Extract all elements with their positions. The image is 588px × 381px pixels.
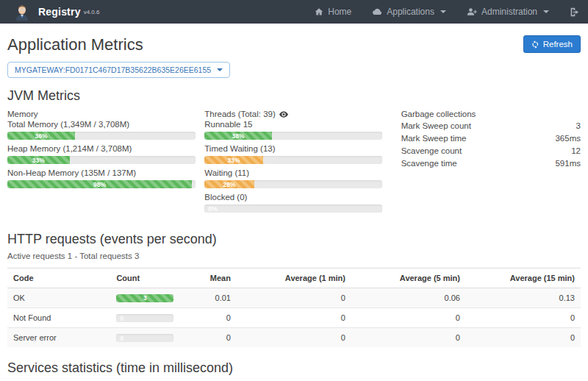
http-value-cell: 0 xyxy=(185,328,237,348)
metric-label: Runnable 15 xyxy=(204,120,381,129)
progress-percent-label: 0% xyxy=(208,205,217,213)
http-table-row: Not Found00000 xyxy=(7,308,581,328)
gc-row: Mark Sweep count3 xyxy=(401,120,581,132)
count-bar: 0 xyxy=(116,334,173,342)
metric-label: Waiting (11) xyxy=(204,168,381,177)
garbage-collections-rows: Mark Sweep count3Mark Sweep time365msSca… xyxy=(401,120,581,170)
count-bar-fill: 3 xyxy=(116,294,173,302)
progress-bar: 33% xyxy=(204,156,381,164)
http-table-row: Server error00000 xyxy=(7,328,581,348)
gc-value: 12 xyxy=(571,145,581,157)
nav-item-administration[interactable]: Administration xyxy=(467,7,549,17)
gc-label: Scavenge count xyxy=(401,145,462,157)
navbar: Registry v4.0.6 Home Applications Admini… xyxy=(0,0,588,24)
user-plus-icon xyxy=(467,7,477,16)
gc-value: 3 xyxy=(576,120,581,132)
progress-bar: 38% xyxy=(204,132,381,140)
gc-value: 591ms xyxy=(555,157,581,170)
progress-percent-label: 36% xyxy=(35,132,48,140)
threads-bars: Runnable 1538%Timed Waiting (13)33%Waiti… xyxy=(204,120,381,213)
page-title: Application Metrics xyxy=(7,35,143,54)
count-bar: 3 xyxy=(116,294,173,302)
garbage-collections-title: Garbage collections xyxy=(401,110,581,118)
instance-selector-value: MYGATEWAY:FD0171C467D17B35622B635E26EE61… xyxy=(15,65,211,74)
http-value-cell: 0 xyxy=(237,288,351,308)
jvm-metrics-title: JVM Metrics xyxy=(7,88,581,104)
progress-bar: 0% xyxy=(204,204,381,213)
progress-fill: 28% xyxy=(204,180,254,188)
progress-fill: 98% xyxy=(7,180,192,188)
gc-label: Mark Sweep time xyxy=(401,132,467,145)
instance-selector-dropdown[interactable]: MYGATEWAY:FD0171C467D17B35622B635E26EE61… xyxy=(7,62,230,78)
nav-item-applications[interactable]: Applications xyxy=(372,7,446,17)
metric-label: Total Memory (1,349M / 3,708M) xyxy=(7,120,196,129)
count-bar-label: 3 xyxy=(143,294,147,302)
http-requests-title: HTTP requests (events per second) xyxy=(7,232,581,247)
http-header-3: Average (1 min) xyxy=(237,268,351,288)
http-header-1: Count xyxy=(110,268,184,288)
gc-row: Scavenge time591ms xyxy=(401,157,581,170)
http-code-cell: Server error xyxy=(7,328,110,348)
http-table-row: OK30.0100.060.13 xyxy=(7,288,581,308)
http-table-header-row: CodeCountMeanAverage (1 min)Average (5 m… xyxy=(7,268,581,288)
brand-version: v4.0.6 xyxy=(84,9,100,15)
brand-name: Registry xyxy=(38,6,81,18)
brand[interactable]: Registry v4.0.6 xyxy=(9,3,99,21)
memory-bars: Total Memory (1,349M / 3,708M)36%Heap Me… xyxy=(7,120,196,188)
nav-item-home[interactable]: Home xyxy=(315,7,351,17)
memory-column: Memory Total Memory (1,349M / 3,708M)36%… xyxy=(7,110,196,217)
nav-item-label: Administration xyxy=(481,7,537,17)
http-table-body: OK30.0100.060.13Not Found00000Server err… xyxy=(7,288,581,348)
gc-row: Scavenge count12 xyxy=(401,145,581,157)
home-icon xyxy=(315,7,323,16)
services-statistics-title: Services statistics (time in millisecond… xyxy=(7,360,581,376)
http-value-cell: 0.13 xyxy=(466,288,581,308)
http-header-4: Average (5 min) xyxy=(351,268,466,288)
http-requests-subtitle: Active requests 1 - Total requests 3 xyxy=(7,252,581,260)
progress-percent-label: 28% xyxy=(223,181,236,188)
jhipster-avatar-logo xyxy=(13,3,31,21)
sign-out-button[interactable] xyxy=(570,7,579,17)
refresh-button[interactable]: Refresh xyxy=(523,35,581,53)
threads-title-text: Threads (Total: 39) xyxy=(204,110,276,118)
chevron-down-icon xyxy=(440,10,446,13)
count-bar: 0 xyxy=(116,314,173,322)
page-header: Application Metrics Refresh xyxy=(7,35,581,54)
chevron-down-icon xyxy=(543,10,549,13)
http-value-cell: 0 xyxy=(351,308,466,328)
nav-item-label: Home xyxy=(328,7,351,17)
gc-row: Mark Sweep time365ms xyxy=(401,132,581,145)
http-requests-table: CodeCountMeanAverage (1 min)Average (5 m… xyxy=(7,268,581,347)
threads-column: Threads (Total: 39) Runnable 1538%Timed … xyxy=(204,110,381,217)
sign-out-icon xyxy=(570,7,579,17)
progress-bar: 36% xyxy=(7,132,196,140)
nav-menu: Home Applications Administration xyxy=(315,7,579,17)
chevron-down-icon xyxy=(217,68,223,71)
http-count-cell: 0 xyxy=(110,328,184,348)
http-code-cell: OK xyxy=(7,288,110,308)
http-value-cell: 0.01 xyxy=(185,288,237,308)
http-value-cell: 0 xyxy=(185,308,237,328)
gc-value: 365ms xyxy=(555,132,581,145)
nav-item-label: Applications xyxy=(387,7,434,17)
eye-icon[interactable] xyxy=(279,111,288,118)
http-value-cell: 0.06 xyxy=(351,288,466,308)
http-count-cell: 3 xyxy=(110,288,184,308)
progress-fill: 38% xyxy=(204,132,272,140)
main-content: Application Metrics Refresh MYGATEWAY:FD… xyxy=(0,35,588,381)
http-value-cell: 0 xyxy=(237,308,351,328)
jvm-metrics-row: Memory Total Memory (1,349M / 3,708M)36%… xyxy=(7,110,581,217)
gc-label: Mark Sweep count xyxy=(401,120,471,132)
progress-bar: 33% xyxy=(7,156,196,164)
http-header-2: Mean xyxy=(185,268,237,288)
refresh-button-label: Refresh xyxy=(543,40,573,49)
metric-label: Blocked (0) xyxy=(204,193,381,202)
progress-bar: 98% xyxy=(7,180,196,188)
progress-percent-label: 33% xyxy=(228,157,240,164)
http-header-0: Code xyxy=(7,268,110,288)
progress-fill: 33% xyxy=(7,156,70,164)
progress-bar: 28% xyxy=(204,180,381,188)
count-bar-label: 0 xyxy=(120,315,123,322)
progress-fill: 33% xyxy=(204,156,263,164)
http-count-cell: 0 xyxy=(110,308,184,328)
